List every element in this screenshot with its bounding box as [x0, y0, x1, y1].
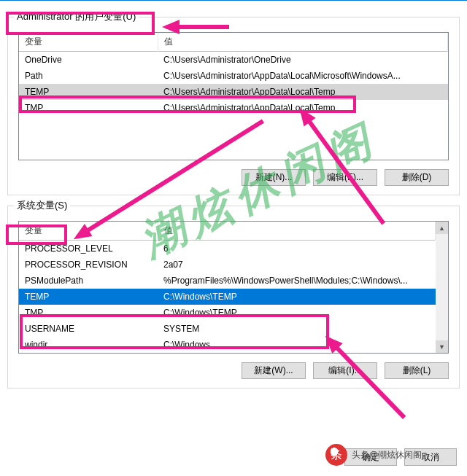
var-name: OneDrive [19, 52, 158, 69]
table-row[interactable]: TMPC:\Users\Administrator\AppData\Local\… [19, 100, 448, 116]
var-value: C:\Windows\TEMP [158, 305, 436, 321]
var-name: PROCESSOR_REVISION [19, 257, 158, 273]
sys-new-button[interactable]: 新建(W)... [242, 362, 306, 379]
system-vars-scrollbar[interactable]: ▲ ▼ [436, 222, 448, 353]
sys-col-variable[interactable]: 变量 [19, 222, 158, 241]
sys-col-value[interactable]: 值 [158, 222, 436, 241]
sys-edit-button[interactable]: 编辑(I)... [313, 362, 377, 379]
system-vars-table[interactable]: 变量 值 PROCESSOR_LEVEL6PROCESSOR_REVISION2… [18, 221, 449, 354]
var-name: Path [19, 68, 158, 84]
scroll-up-icon[interactable]: ▲ [436, 222, 448, 234]
system-vars-caption: 系统变量(S) [14, 199, 70, 212]
user-col-variable[interactable]: 变量 [19, 33, 158, 52]
table-row[interactable]: TEMPC:\Windows\TEMP [19, 289, 436, 305]
user-col-value[interactable]: 值 [158, 33, 448, 52]
table-row[interactable]: USERNAMESYSTEM [19, 321, 436, 337]
user-vars-table[interactable]: 变量 值 OneDriveC:\Users\Administrator\OneD… [18, 32, 449, 160]
user-vars-caption: Administrator 的用户变量(U) [14, 10, 139, 23]
user-new-button[interactable]: 新建(N)... [242, 169, 306, 186]
var-value: 2a07 [158, 257, 436, 273]
table-row[interactable]: TEMPC:\Users\Administrator\AppData\Local… [19, 84, 448, 100]
toutiao-logo-icon: 条 [325, 444, 347, 466]
table-row[interactable]: OneDriveC:\Users\Administrator\OneDrive [19, 52, 448, 69]
var-name: TMP [19, 305, 158, 321]
scroll-down-icon[interactable]: ▼ [436, 340, 448, 353]
table-row[interactable]: PathC:\Users\Administrator\AppData\Local… [19, 68, 448, 84]
var-value: C:\Users\Administrator\OneDrive [158, 52, 448, 69]
sys-delete-button[interactable]: 删除(L) [385, 362, 449, 379]
table-row[interactable]: PSModulePath%ProgramFiles%\WindowsPowerS… [19, 273, 436, 289]
var-value: C:\Users\Administrator\AppData\Local\Tem… [158, 100, 448, 116]
user-edit-button[interactable]: 编辑(E)... [313, 169, 377, 186]
var-name: PSModulePath [19, 273, 158, 289]
env-vars-dialog: Administrator 的用户变量(U) 变量 值 OneDriveC:\U… [0, 0, 467, 476]
table-row[interactable]: PROCESSOR_LEVEL6 [19, 241, 436, 257]
var-name: TEMP [19, 289, 158, 305]
user-vars-groupbox: Administrator 的用户变量(U) 变量 值 OneDriveC:\U… [7, 17, 460, 195]
table-row[interactable]: windirC:\Windows [19, 337, 436, 353]
var-value: C:\Windows\TEMP [158, 289, 436, 305]
var-value: SYSTEM [158, 321, 436, 337]
table-row[interactable]: TMPC:\Windows\TEMP [19, 305, 436, 321]
var-value: 6 [158, 241, 436, 257]
system-vars-buttons: 新建(W)... 编辑(I)... 删除(L) [18, 362, 449, 379]
var-value: C:\Users\Administrator\AppData\Local\Tem… [158, 84, 448, 100]
system-vars-groupbox: 系统变量(S) 变量 值 PROCESSOR_LEVEL6PROCESSOR_R… [7, 206, 460, 389]
var-value: C:\Users\Administrator\AppData\Local\Mic… [158, 68, 448, 84]
attribution: 条 头条@潮炫休闲阁 [325, 444, 422, 466]
var-name: PROCESSOR_LEVEL [19, 241, 158, 257]
var-value: %ProgramFiles%\WindowsPowerShell\Modules… [158, 273, 436, 289]
table-row[interactable]: PROCESSOR_REVISION2a07 [19, 257, 436, 273]
var-name: USERNAME [19, 321, 158, 337]
attribution-text: 头条@潮炫休闲阁 [352, 449, 422, 461]
user-vars-buttons: 新建(N)... 编辑(E)... 删除(D) [18, 169, 449, 186]
var-name: TMP [19, 100, 158, 116]
user-delete-button[interactable]: 删除(D) [385, 169, 449, 186]
var-name: windir [19, 337, 158, 353]
var-value: C:\Windows [158, 337, 436, 353]
var-name: TEMP [19, 84, 158, 100]
